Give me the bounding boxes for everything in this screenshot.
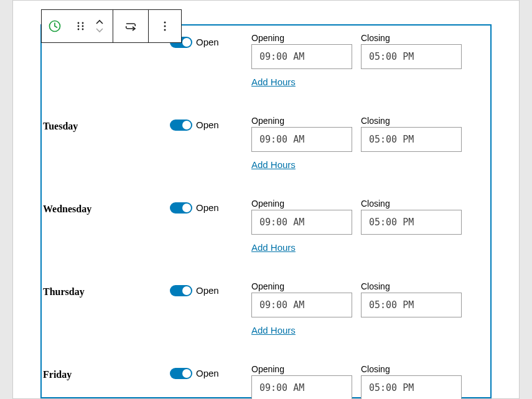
opening-label: Opening — [251, 116, 352, 126]
day-name: Friday — [42, 364, 170, 399]
svg-point-7 — [164, 22, 166, 24]
svg-point-9 — [164, 29, 166, 31]
closing-label: Closing — [361, 116, 462, 126]
opening-label: Opening — [251, 364, 352, 374]
open-toggle[interactable] — [170, 120, 192, 131]
time-fields: Opening Closing — [251, 116, 490, 152]
more-vertical-icon — [159, 21, 170, 32]
day-name: Tuesday — [42, 116, 170, 170]
closing-field: Closing — [361, 33, 462, 69]
times-cell: Opening Closing Add Hours — [251, 116, 490, 170]
add-hours-link[interactable]: Add Hours — [251, 159, 490, 170]
move-controls — [90, 19, 109, 33]
svg-point-1 — [78, 22, 80, 24]
closing-label: Closing — [361, 281, 462, 291]
add-hours-link[interactable]: Add Hours — [251, 242, 490, 253]
toggle-cell: Open — [170, 364, 251, 399]
drag-icon — [75, 21, 86, 32]
opening-input[interactable] — [251, 210, 352, 235]
day-name: Wednesday — [42, 199, 170, 253]
add-hours-link[interactable]: Add Hours — [251, 325, 490, 336]
closing-input[interactable] — [361, 44, 462, 69]
opening-field: Opening — [251, 33, 352, 69]
day-row: Wednesday Open Opening Closing Add Hours — [42, 194, 490, 276]
closing-field: Closing — [361, 199, 462, 235]
opening-field: Opening — [251, 281, 352, 317]
opening-label: Opening — [251, 281, 352, 291]
closing-input[interactable] — [361, 210, 462, 235]
svg-point-6 — [82, 29, 84, 31]
opening-field: Opening — [251, 364, 352, 399]
toolbar-drag-group — [68, 10, 113, 42]
hours-block[interactable]: Open Opening Closing Add Hours Tuesday — [40, 24, 492, 398]
chevron-up-icon — [95, 19, 104, 25]
closing-input[interactable] — [361, 375, 462, 399]
opening-field: Opening — [251, 116, 352, 152]
opening-field: Opening — [251, 199, 352, 235]
toggle-label: Open — [196, 202, 219, 214]
closing-input[interactable] — [361, 127, 462, 152]
closing-label: Closing — [361, 33, 462, 43]
times-cell: Opening Closing Add Hours — [251, 199, 490, 253]
times-cell: Opening Closing Add Hours — [251, 33, 490, 87]
opening-label: Opening — [251, 33, 352, 43]
block-toolbar — [41, 9, 182, 43]
time-fields: Opening Closing — [251, 364, 490, 399]
toggle-cell: Open — [170, 116, 251, 170]
opening-input[interactable] — [251, 293, 352, 317]
time-fields: Opening Closing — [251, 33, 490, 69]
open-toggle[interactable] — [170, 368, 192, 379]
editor-canvas: Open Opening Closing Add Hours Tuesday — [12, 0, 520, 399]
move-down-button[interactable] — [90, 27, 109, 33]
times-cell: Opening Closing Add Hours — [251, 281, 490, 336]
move-up-button[interactable] — [90, 19, 109, 25]
opening-input[interactable] — [251, 375, 352, 399]
closing-field: Closing — [361, 364, 462, 399]
chevron-down-icon — [95, 27, 104, 33]
day-row: Friday Open Opening Closing Add Hours — [42, 359, 490, 399]
toggle-cell: Open — [170, 281, 251, 336]
svg-point-8 — [164, 26, 166, 27]
toggle-label: Open — [196, 37, 219, 48]
toggle-cell: Open — [170, 199, 251, 253]
toggle-label: Open — [196, 368, 219, 379]
time-fields: Opening Closing — [251, 281, 490, 317]
opening-input[interactable] — [251, 127, 352, 152]
transform-icon — [123, 19, 138, 34]
day-row: Tuesday Open Opening Closing Add Hours — [42, 111, 490, 194]
clock-icon — [47, 19, 62, 34]
times-cell: Opening Closing Add Hours — [251, 364, 490, 399]
transform-button[interactable] — [113, 10, 148, 42]
day-row: Thursday Open Opening Closing Add Hours — [42, 276, 490, 359]
closing-field: Closing — [361, 281, 462, 317]
day-name: Thursday — [42, 281, 170, 336]
toggle-label: Open — [196, 120, 219, 131]
svg-point-5 — [82, 26, 84, 27]
block-type-button[interactable] — [42, 10, 68, 42]
open-toggle[interactable] — [170, 285, 192, 296]
open-toggle[interactable] — [170, 202, 192, 214]
toggle-cell: Open — [170, 33, 251, 87]
closing-label: Closing — [361, 199, 462, 209]
closing-field: Closing — [361, 116, 462, 152]
closing-label: Closing — [361, 364, 462, 374]
opening-label: Opening — [251, 199, 352, 209]
add-hours-link[interactable]: Add Hours — [251, 77, 490, 87]
more-options-button[interactable] — [149, 10, 181, 42]
closing-input[interactable] — [361, 293, 462, 317]
drag-handle[interactable] — [72, 21, 90, 32]
time-fields: Opening Closing — [251, 199, 490, 235]
svg-point-2 — [78, 26, 80, 27]
opening-input[interactable] — [251, 44, 352, 69]
svg-point-4 — [82, 22, 84, 24]
svg-point-3 — [78, 29, 80, 31]
toggle-label: Open — [196, 285, 219, 296]
